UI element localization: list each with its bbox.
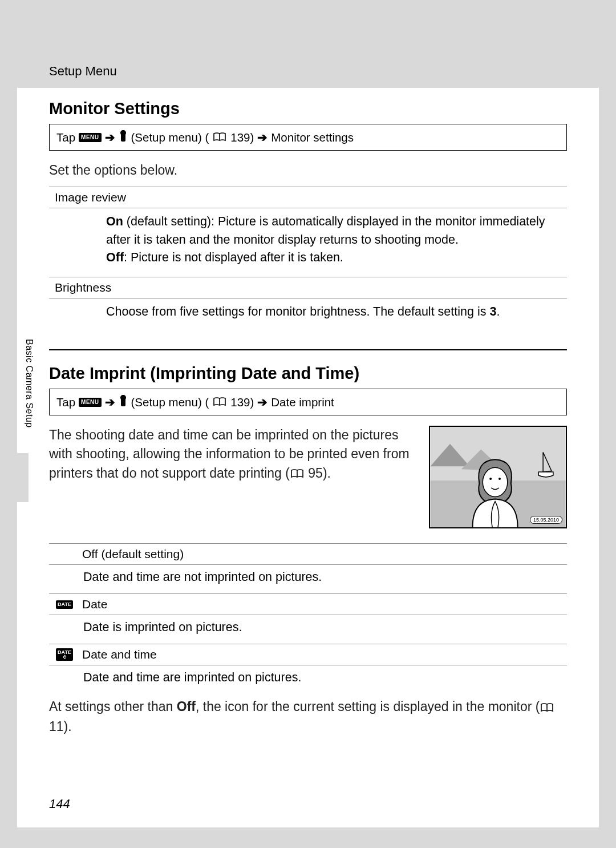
svg-point-4 — [489, 478, 492, 480]
brightness-text: Choose from five settings for monitor br… — [106, 305, 489, 318]
opt-on: On — [106, 215, 123, 228]
option-name: Off (default setting) — [82, 547, 184, 561]
path-ref: 139) — [230, 131, 254, 144]
option-header-brightness: Brightness — [49, 277, 567, 298]
option-name: Date and time — [82, 648, 157, 661]
footer-mid: , the icon for the current setting is di… — [196, 699, 540, 714]
date-icon: DATE — [56, 600, 73, 609]
datetime-icon: DATE⏱ — [56, 648, 73, 661]
option-name: Brightness — [55, 281, 111, 294]
svg-point-3 — [483, 467, 508, 496]
book-icon — [213, 131, 226, 144]
date-lead-ref: 95). — [305, 466, 331, 480]
opt-on-text: (default setting): Picture is automatica… — [106, 215, 545, 246]
svg-point-5 — [499, 478, 501, 480]
tab-marker — [17, 453, 29, 502]
section-title-date-imprint: Date Imprint (Imprinting Date and Time) — [49, 364, 567, 383]
option-body-image-review: On (default setting): Picture is automat… — [49, 208, 567, 274]
path-setup: (Setup menu) ( — [131, 395, 209, 409]
option-name: Image review — [55, 191, 126, 204]
arrow-icon: ➔ — [257, 131, 268, 144]
footer-strong: Off — [177, 699, 196, 714]
brightness-tail: . — [496, 305, 500, 318]
brightness-default: 3 — [489, 305, 496, 318]
footer-pre: At settings other than — [49, 699, 177, 714]
menu-icon: MENU — [79, 133, 101, 142]
menu-icon: MENU — [79, 398, 101, 407]
arrow-icon: ➔ — [105, 131, 115, 144]
option-body-date: Date is imprinted on pictures. — [49, 615, 567, 641]
side-label: Basic Camera Setup — [17, 337, 41, 430]
section-lead: Set the options below. — [49, 161, 567, 180]
imprint-date-sample: 15.05.2010 — [530, 516, 562, 524]
book-icon — [291, 465, 303, 483]
path-setup: (Setup menu) ( — [131, 131, 209, 144]
path-prefix: Tap — [56, 131, 75, 144]
section-divider — [49, 349, 567, 350]
side-tab: Basic Camera Setup — [17, 337, 41, 430]
date-lead-pre: The shooting date and time can be imprin… — [49, 427, 410, 480]
page-number: 144 — [49, 797, 70, 811]
option-header-off: Off (default setting) — [49, 543, 567, 565]
section-footer: At settings other than Off, the icon for… — [49, 697, 567, 736]
nav-path-date: Tap MENU ➔ (Setup menu) ( 139) ➔ Date im… — [49, 389, 567, 415]
wrench-icon — [119, 130, 128, 144]
option-header-datetime: DATE⏱ Date and time — [49, 644, 567, 665]
book-icon — [541, 698, 553, 717]
breadcrumb: Setup Menu — [49, 64, 117, 79]
footer-ref: 11). — [49, 719, 72, 734]
date-lead: The shooting date and time can be imprin… — [49, 426, 416, 483]
option-body-brightness: Choose from five settings for monitor br… — [49, 298, 567, 329]
option-header-image-review: Image review — [49, 187, 567, 208]
opt-off-text: : Picture is not displayed after it is t… — [124, 251, 343, 264]
option-name: Date — [82, 597, 107, 611]
book-icon — [213, 395, 226, 409]
sample-illustration: 15.05.2010 — [429, 426, 567, 528]
path-target: Monitor settings — [271, 131, 354, 144]
section-title-monitor: Monitor Settings — [49, 99, 567, 118]
wrench-icon — [119, 395, 128, 409]
path-ref: 139) — [230, 395, 254, 409]
option-body-datetime: Date and time are imprinted on pictures. — [49, 665, 567, 692]
arrow-icon: ➔ — [105, 395, 115, 409]
path-prefix: Tap — [56, 395, 75, 409]
option-header-date: DATE Date — [49, 593, 567, 615]
path-target: Date imprint — [271, 395, 334, 409]
arrow-icon: ➔ — [257, 395, 268, 409]
option-body-off: Date and time are not imprinted on pictu… — [49, 565, 567, 591]
nav-path-monitor: Tap MENU ➔ (Setup menu) ( 139) ➔ Monitor… — [49, 124, 567, 151]
opt-off: Off — [106, 251, 124, 264]
